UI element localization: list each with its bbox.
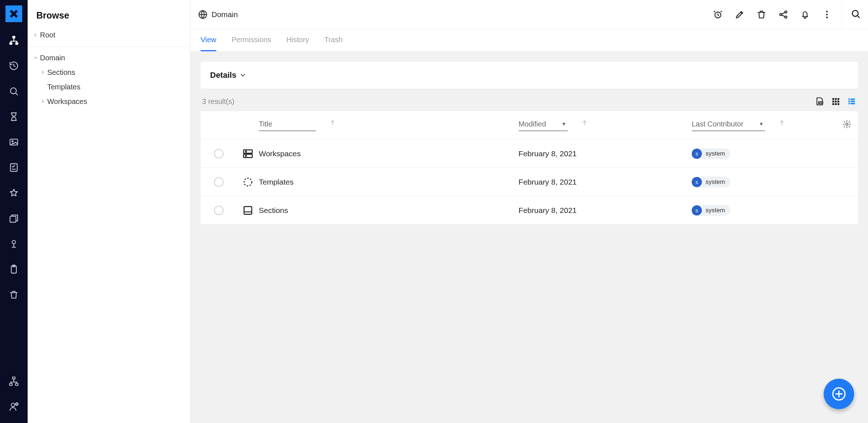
svg-point-22	[826, 13, 828, 15]
sort-asc-icon[interactable]	[778, 120, 785, 128]
delete-button[interactable]	[756, 9, 767, 20]
row-checkbox[interactable]	[214, 177, 224, 187]
filter-caret-icon[interactable]: ▼	[561, 121, 566, 127]
tab-history[interactable]: History	[286, 29, 309, 51]
svg-rect-35	[837, 103, 839, 105]
chevron-down-icon[interactable]	[31, 55, 40, 60]
svg-point-3	[11, 88, 16, 94]
tab-trash[interactable]: Trash	[324, 29, 342, 51]
tab-permissions[interactable]: Permissions	[232, 29, 271, 51]
results-count: 3 result(s)	[202, 97, 234, 106]
svg-rect-33	[832, 103, 834, 105]
svg-rect-31	[835, 101, 837, 102]
nav-clipboard[interactable]	[0, 257, 28, 282]
nav-expired[interactable]	[0, 104, 28, 129]
share-button[interactable]	[777, 9, 789, 20]
column-title[interactable]: Title	[259, 120, 316, 131]
pencil-icon	[735, 9, 745, 20]
filter-caret-icon[interactable]: ▼	[759, 121, 764, 127]
table-row[interactable]: SectionsFebruary 8, 2021ssystem	[201, 196, 858, 225]
export-csv-button[interactable]: CSV	[815, 97, 824, 106]
row-title: Workspaces	[259, 149, 519, 158]
svg-rect-7	[10, 216, 16, 222]
row-modified: February 8, 2021	[519, 178, 692, 186]
details-title: Details	[210, 70, 236, 80]
nav-rail	[0, 0, 28, 423]
results-table: Title Modified ▼	[201, 111, 858, 225]
nav-recent[interactable]	[0, 53, 28, 78]
nav-collections[interactable]	[0, 206, 28, 231]
avatar: s	[692, 205, 702, 215]
sort-asc-icon[interactable]	[329, 120, 336, 128]
chevron-right-icon[interactable]	[39, 70, 47, 75]
view-list-button[interactable]	[847, 97, 856, 106]
nav-favorites[interactable]	[0, 180, 28, 206]
alarm-icon	[713, 9, 723, 20]
contributor-chip[interactable]: ssystem	[692, 177, 730, 188]
grid-icon	[831, 97, 840, 106]
checklist-icon	[9, 162, 19, 173]
row-checkbox[interactable]	[214, 206, 224, 215]
trash-icon	[9, 290, 19, 300]
svg-rect-29	[837, 98, 839, 100]
subscribe-button[interactable]	[712, 9, 724, 20]
details-header[interactable]: Details	[201, 62, 858, 89]
sort-asc-icon[interactable]	[581, 120, 588, 128]
table-row[interactable]: WorkspacesFebruary 8, 2021ssystem	[201, 140, 858, 168]
nav-tasks[interactable]	[0, 155, 28, 180]
svg-point-23	[826, 16, 828, 18]
page-title: Domain	[212, 10, 712, 19]
nav-user-settings[interactable]	[0, 394, 28, 419]
tree-node[interactable]: Templates	[28, 80, 190, 94]
app-logo[interactable]	[0, 0, 28, 28]
table-settings-button[interactable]	[843, 120, 851, 130]
svg-rect-43	[244, 150, 252, 153]
nav-admin[interactable]	[0, 368, 28, 394]
tree-node[interactable]: Sections	[28, 65, 190, 80]
svg-rect-27	[832, 98, 834, 100]
svg-rect-34	[835, 103, 837, 105]
global-search-button[interactable]	[851, 9, 861, 20]
svg-rect-38	[848, 101, 850, 102]
nav-browse[interactable]	[0, 28, 28, 53]
gear-icon	[843, 120, 851, 129]
nav-trash[interactable]	[0, 282, 28, 307]
tree-node[interactable]: Workspaces	[28, 94, 190, 109]
more-button[interactable]	[821, 9, 833, 20]
contributor-chip[interactable]: ssystem	[692, 148, 730, 159]
svg-rect-2	[16, 43, 18, 45]
breadcrumb[interactable]: Root	[28, 29, 190, 47]
browse-sidebar: Browse Root Domain SectionsTemplatesWork…	[28, 0, 190, 423]
globe-icon	[198, 9, 208, 20]
tree-node-domain[interactable]: Domain	[28, 51, 190, 65]
templates-icon	[237, 176, 259, 188]
nav-assets[interactable]	[0, 129, 28, 155]
column-modified[interactable]: Modified ▼	[519, 120, 568, 131]
svg-rect-37	[851, 98, 855, 100]
row-modified: February 8, 2021	[519, 206, 692, 215]
svg-rect-44	[244, 154, 252, 157]
svg-point-21	[826, 11, 828, 12]
contributor-name: system	[706, 207, 725, 214]
svg-rect-40	[848, 103, 850, 104]
create-button[interactable]	[824, 379, 854, 409]
collections-icon	[9, 213, 19, 223]
notifications-button[interactable]	[799, 9, 811, 20]
chevron-right-icon[interactable]	[39, 99, 47, 104]
image-icon	[9, 137, 19, 147]
edit-button[interactable]	[734, 9, 746, 20]
chevron-down-icon	[239, 72, 246, 79]
nav-search[interactable]	[0, 78, 28, 104]
row-checkbox[interactable]	[214, 149, 224, 158]
contributor-chip[interactable]: ssystem	[692, 205, 730, 216]
view-grid-button[interactable]	[831, 97, 840, 106]
svg-text:CSV: CSV	[819, 102, 823, 104]
sections-icon	[237, 205, 259, 216]
column-contributor[interactable]: Last Contributor ▼	[692, 120, 765, 131]
bell-icon	[800, 9, 810, 20]
svg-rect-32	[837, 101, 839, 102]
nav-personal[interactable]	[0, 231, 28, 257]
tab-view[interactable]: View	[201, 29, 216, 51]
table-row[interactable]: TemplatesFebruary 8, 2021ssystem	[201, 168, 858, 196]
plus-circle-icon	[832, 387, 846, 401]
